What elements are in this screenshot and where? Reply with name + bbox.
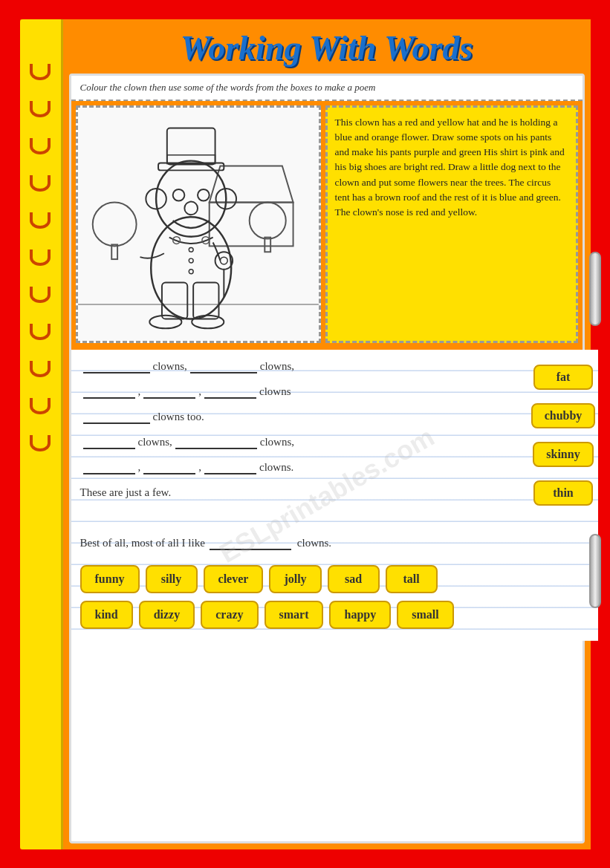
ring-7	[30, 287, 51, 303]
clowns-4a: clowns,	[138, 436, 172, 448]
ring-8	[30, 324, 51, 340]
description-box: This clown has a red and yellow hat and …	[325, 105, 578, 343]
ring-6	[30, 249, 51, 266]
clowns-5: clowns.	[259, 461, 293, 474]
blank-2a[interactable]	[83, 385, 135, 399]
chip-crazy[interactable]: crazy	[201, 601, 258, 629]
spacer	[80, 556, 454, 565]
poem-line-1: clowns, clowns,	[80, 354, 454, 379]
clowns-1a: clowns,	[153, 360, 187, 373]
line-7-start: Best of all, most of all I like	[80, 537, 205, 549]
blank-4a[interactable]	[83, 436, 135, 449]
chip-sad[interactable]: sad	[328, 565, 380, 593]
ring-5	[30, 212, 51, 229]
ring-2	[30, 101, 51, 117]
poem-line-spacer	[80, 506, 454, 531]
poem-line-3: clowns too.	[80, 405, 454, 430]
line-7-end: clowns.	[297, 537, 331, 549]
poem-line-6: These are just a few.	[80, 480, 454, 506]
word-box-column: fat chubby skinny thin	[528, 350, 599, 641]
word-box-thin[interactable]: thin	[533, 480, 593, 506]
outer-frame: Working With Words Colour the clown then…	[16, 15, 595, 854]
clown-image	[76, 105, 321, 343]
poem-lines: clowns, clowns, , , clowns	[71, 350, 528, 641]
ring-3	[30, 138, 51, 154]
chip-clever[interactable]: clever	[204, 565, 264, 593]
chip-silly[interactable]: silly	[146, 565, 198, 593]
blank-3[interactable]	[83, 411, 150, 424]
ring-10	[30, 398, 51, 414]
chip-kind[interactable]: kind	[80, 601, 133, 629]
ring-11	[30, 435, 51, 451]
binder-handle-bottom	[589, 534, 601, 608]
clowns-3: clowns too.	[153, 411, 204, 423]
svg-rect-0	[78, 108, 319, 341]
blank-5b[interactable]	[143, 461, 195, 474]
binder-strip	[20, 19, 63, 849]
chip-small[interactable]: small	[397, 601, 453, 629]
blank-5a[interactable]	[83, 461, 135, 474]
word-box-fat[interactable]: fat	[533, 365, 593, 390]
clowns-4b: clowns,	[260, 436, 294, 448]
word-chips-row-2: kind dizzy crazy smart happy small	[80, 601, 454, 629]
chip-jolly[interactable]: jolly	[269, 565, 321, 593]
chip-happy[interactable]: happy	[329, 601, 391, 629]
blank-2c[interactable]	[204, 385, 256, 399]
ring-9	[30, 361, 51, 377]
chip-tall[interactable]: tall	[386, 565, 438, 593]
description-text: This clown has a red and yellow hat and …	[335, 117, 565, 218]
blank-4b[interactable]	[175, 436, 257, 449]
chip-funny[interactable]: funny	[80, 565, 140, 593]
clowns-2: clowns	[259, 385, 291, 398]
blank-2b[interactable]	[143, 385, 195, 399]
binder-handle-top	[589, 252, 601, 326]
line-6-text: These are just a few.	[80, 486, 172, 499]
word-chips-row-1: funny silly clever jolly sad tall	[80, 565, 454, 593]
chip-dizzy[interactable]: dizzy	[139, 601, 195, 629]
top-section: This clown has a red and yellow hat and …	[71, 101, 583, 350]
instruction-bar: Colour the clown then use some of the wo…	[71, 76, 583, 101]
ring-4	[30, 175, 51, 192]
main-content: Working With Words Colour the clown then…	[63, 19, 591, 849]
poem-line-2: , , clowns	[80, 379, 454, 405]
word-box-chubby[interactable]: chubby	[531, 403, 596, 428]
clown-svg	[78, 108, 319, 341]
chip-smart[interactable]: smart	[265, 601, 324, 629]
blank-7[interactable]	[210, 537, 291, 550]
blank-1b[interactable]	[190, 360, 257, 373]
poem-line-5: , , clowns.	[80, 455, 454, 480]
poem-line-4: clowns, clowns,	[80, 430, 454, 455]
worksheet: Colour the clown then use some of the wo…	[69, 74, 585, 843]
clowns-1b: clowns,	[260, 360, 294, 373]
blank-5c[interactable]	[204, 461, 256, 474]
poem-section: ESLprintables.com clowns, clowns, ,	[71, 350, 583, 641]
instruction-text: Colour the clown then use some of the wo…	[80, 82, 376, 93]
poem-line-7: Best of all, most of all I like clowns.	[80, 531, 454, 556]
page-title: Working With Words	[181, 29, 473, 67]
blank-1a[interactable]	[83, 360, 150, 373]
ring-1	[30, 64, 51, 80]
word-box-skinny[interactable]: skinny	[533, 442, 593, 467]
title-bar: Working With Words	[63, 19, 591, 74]
